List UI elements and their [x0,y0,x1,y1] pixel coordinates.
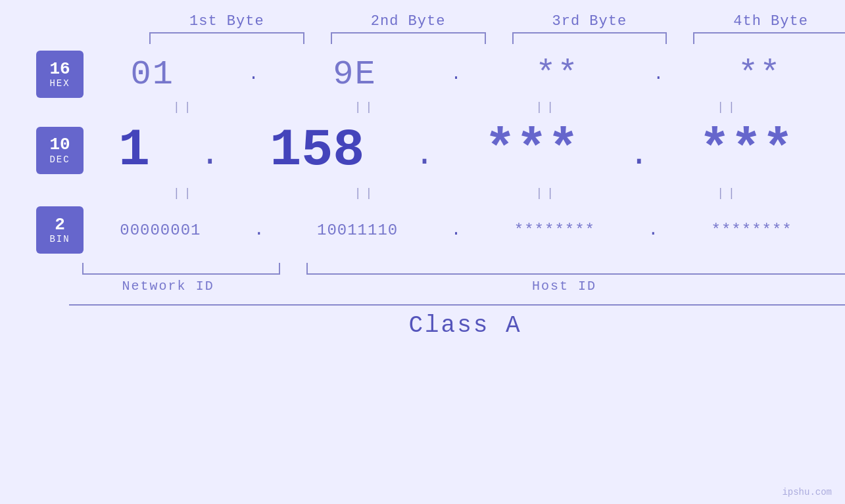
hex-badge-num: 16 [49,60,70,79]
dec-badge-num: 10 [49,135,70,154]
bin-row: 2 BIN 00000001 . 10011110 . ******** . *… [26,206,819,254]
bin-b4: ******** [712,221,792,239]
class-row: Class A [69,304,845,339]
dec-b4: *** [699,120,794,180]
hex-dot1: . [249,64,259,84]
bottom-section: Network ID Host ID [69,263,845,294]
byte3-bracket [512,32,667,44]
rows-wrapper: 16 HEX 01 . 9E . ** . ** || || || || [26,44,819,258]
hex-dot3: . [654,64,664,84]
hex-badge-label: HEX [49,78,70,89]
bin-dot1: . [254,220,264,240]
bottom-brackets [69,263,845,275]
dec-b2: 158 [270,120,364,180]
eq1-b4: || [637,101,819,114]
eq-wrapper1: || || || || [93,101,819,114]
bin-b3: ******** [514,221,595,239]
byte4-label: 4th Byte [733,13,808,30]
dec-badge-label: DEC [49,154,70,165]
bin-values: 00000001 . 10011110 . ******** . *******… [93,220,819,240]
bin-badge-num: 2 [55,216,65,235]
hex-b3: ** [535,55,579,94]
hex-dot2: . [451,64,462,84]
byte-header-row: 1st Byte 2nd Byte 3rd Byte 4th Byte [69,13,845,44]
bin-badge: 2 BIN [36,206,84,254]
watermark: ipshu.com [782,487,832,497]
dec-dot1: . [200,136,220,180]
bin-b1: 00000001 [120,221,201,239]
dec-b3: *** [485,120,579,180]
eq2-b3: || [456,187,638,200]
main-container: 1st Byte 2nd Byte 3rd Byte 4th Byte 16 H… [0,0,845,504]
eq1-b2: || [275,101,456,114]
byte4-bracket [693,32,845,44]
byte2-label: 2nd Byte [371,13,446,30]
network-bracket [82,263,280,275]
hex-values: 01 . 9E . ** . ** [93,55,819,94]
dec-b1: 1 [118,120,150,180]
eq2-b4: || [637,187,819,200]
host-id-label: Host ID [267,279,845,294]
bin-dot3: . [648,220,658,240]
eq1-b1: || [93,101,275,114]
hex-b4: ** [738,55,781,94]
byte4-col: 4th Byte [680,13,845,44]
byte1-bracket [149,32,304,44]
class-label: Class A [69,312,845,339]
dec-badge: 10 DEC [36,127,84,174]
eq2-b1: || [93,187,275,200]
byte1-label: 1st Byte [189,13,264,30]
equals-row2: || || || || [26,187,819,200]
network-id-label: Network ID [69,279,267,294]
hex-b1: 01 [130,55,174,94]
byte2-col: 2nd Byte [318,13,499,44]
eq2-b2: || [275,187,456,200]
equals-row1: || || || || [26,101,819,114]
byte1-col: 1st Byte [136,13,318,44]
host-bracket [306,263,845,275]
eq-wrapper2: || || || || [93,187,819,200]
byte2-bracket [331,32,486,44]
bin-dot2: . [451,220,462,240]
bottom-labels: Network ID Host ID [69,279,845,294]
dec-row: 10 DEC 1 . 158 . *** . *** [26,120,819,180]
bin-badge-label: BIN [49,234,70,244]
hex-badge: 16 HEX [36,51,84,98]
byte3-label: 3rd Byte [552,13,627,30]
dec-dot2: . [414,136,434,180]
dec-values: 1 . 158 . *** . *** [93,120,819,180]
hex-b2: 9E [333,55,376,94]
byte3-col: 3rd Byte [499,13,681,44]
hex-row: 16 HEX 01 . 9E . ** . ** [26,51,819,98]
dec-dot3: . [629,136,649,180]
eq1-b3: || [456,101,638,114]
bin-b2: 10011110 [317,221,398,239]
